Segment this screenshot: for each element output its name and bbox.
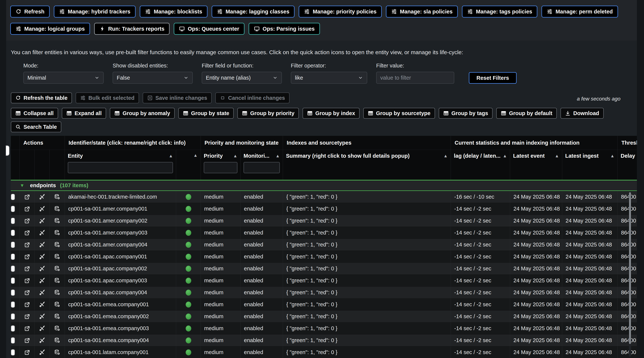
row-checkbox[interactable] [11,194,14,200]
priority-column-filter-input[interactable] [204,162,238,173]
manage-hybrid-trackers-button[interactable]: Manage: hybrid trackers [54,6,136,18]
entity-name[interactable]: cp001-sa-001.apac.company001 [68,254,147,260]
manage-perm-deleted-button[interactable]: Manage: perm deleted [542,6,618,18]
manage-entity-button[interactable] [39,349,45,355]
row-checkbox[interactable] [11,314,14,319]
column-header-priority[interactable]: Priority▲ [201,150,240,180]
manage-entity-button[interactable] [39,289,45,296]
manage-entity-button[interactable] [39,325,45,332]
manage-entity-button[interactable] [39,218,45,224]
open-entity-button[interactable] [24,218,30,224]
entity-name[interactable]: cp001-sa-001.emea.company003 [68,325,149,331]
expand-all-button[interactable]: Expand all [62,108,106,119]
group-by-priority-button[interactable]: Group by priority [238,108,299,119]
download-button[interactable]: Download [560,108,604,119]
manage-entity-button[interactable] [39,301,45,308]
collapse-caret-icon[interactable]: ▼ [20,183,24,188]
manage-entity-button[interactable] [39,254,45,260]
open-entity-button[interactable] [24,206,30,212]
data-management-button[interactable] [54,277,60,284]
row-checkbox[interactable] [11,290,14,295]
group-by-tags-button[interactable]: Group by tags [439,108,493,119]
open-entity-button[interactable] [24,265,30,272]
group-by-default-button[interactable]: Group by default [496,108,557,119]
open-entity-button[interactable] [24,337,30,343]
entity-name[interactable]: cp001-sa-001.emea.company001 [68,301,149,307]
column-header-summary[interactable]: Summary (right click to show full detail… [283,150,451,180]
data-management-button[interactable] [54,254,60,260]
data-management-button[interactable] [54,301,60,308]
group-by-sourcetype-button[interactable]: Group by sourcetype [363,108,435,119]
reset-filters-button[interactable]: Reset Filters [469,72,516,84]
manage-priority-policies-button[interactable]: Manage: priority policies [299,6,382,18]
manage-entity-button[interactable] [39,265,45,272]
manage-sla-policies-button[interactable]: Manage: sla policies [386,6,458,18]
vertical-scrollbar[interactable] [629,191,631,357]
select-all-checkbox[interactable] [6,146,9,155]
row-checkbox[interactable] [11,266,14,271]
column-header-latest-ingest[interactable]: Latest ingest▲ [562,150,618,180]
open-entity-button[interactable] [24,230,30,236]
data-management-button[interactable] [54,194,60,200]
refresh-button[interactable]: Refresh [10,6,50,18]
entity-column-filter-input[interactable] [68,162,173,173]
data-management-button[interactable] [54,230,60,236]
entity-name[interactable]: cp001-sa-001.apac.company002 [68,265,147,272]
open-entity-button[interactable] [24,301,30,308]
entity-name[interactable]: cp001-sa-001.apac.company003 [68,277,147,284]
show-disabled-entities-select[interactable]: False [113,72,193,84]
filter-operator-select[interactable]: like [291,72,367,84]
sort-ascending-icon[interactable]: ▲ [610,153,614,158]
entity-name[interactable]: cp001-sa-001.amer.company002 [68,218,147,224]
open-entity-button[interactable] [24,277,30,284]
ops-queues-center-button[interactable]: Ops: Queues center [174,23,244,35]
data-management-button[interactable] [54,337,60,343]
manage-entity-button[interactable] [39,313,45,320]
manage-logical-groups-button[interactable]: Manage: logical groups [10,23,90,35]
open-entity-button[interactable] [24,242,30,248]
entity-name[interactable]: cp001-sa-001.emea.company004 [68,337,149,343]
data-management-button[interactable] [54,289,60,296]
collapse-all-button[interactable]: Collapse all [11,108,58,119]
entity-name[interactable]: cp001-sa-001.amer.company003 [68,230,147,236]
manage-entity-button[interactable] [39,230,45,236]
group-row-endpoints[interactable]: ▼ endpoints (107 items) [11,180,637,191]
group-by-anomaly-button[interactable]: Group by anomaly [110,108,175,119]
data-management-button[interactable] [54,313,60,320]
column-header-latest-event[interactable]: Latest event▲ [510,150,562,180]
filter-value-input[interactable] [376,72,454,84]
data-management-button[interactable] [54,218,60,224]
open-entity-button[interactable] [24,313,30,320]
open-entity-button[interactable] [24,254,30,260]
ops-parsing-issues-button[interactable]: Ops: Parsing issues [248,23,320,35]
manage-entity-button[interactable] [39,337,45,343]
group-by-state-button[interactable]: Group by state [178,108,234,119]
group-by-index-button[interactable]: Group by index [302,108,360,119]
row-checkbox[interactable] [11,230,14,236]
row-checkbox[interactable] [11,278,14,283]
manage-entity-button[interactable] [39,277,45,284]
row-checkbox[interactable] [11,218,14,224]
row-checkbox[interactable] [11,254,14,259]
column-header-entity[interactable]: Entity▲ [65,150,176,180]
manage-entity-button[interactable] [39,194,45,200]
sort-ascending-icon[interactable]: ▲ [276,153,280,158]
row-checkbox[interactable] [11,349,14,355]
data-management-button[interactable] [54,206,60,212]
row-checkbox[interactable] [11,206,14,212]
entity-name[interactable]: cp001-sa-001.emea.company002 [68,313,149,319]
filter-field-select[interactable]: Entity name (alias) [202,72,282,84]
manage-blocklists-button[interactable]: Manage: blocklists [140,6,207,18]
sort-ascending-icon[interactable]: ▲ [555,153,559,158]
manage-lagging-classes-button[interactable]: Manage: lagging classes [212,6,295,18]
open-entity-button[interactable] [24,325,30,332]
manage-entity-button[interactable] [39,242,45,248]
row-checkbox[interactable] [11,242,14,248]
manage-tags-policies-button[interactable]: Manage: tags policies [462,6,537,18]
entity-name[interactable]: akamai-hec-001.trackme-limited.com [68,194,157,200]
row-checkbox[interactable] [11,302,14,307]
manage-entity-button[interactable] [39,206,45,212]
sort-ascending-icon[interactable]: ▲ [503,153,507,158]
mode-select[interactable]: Minimal [23,72,104,84]
data-management-button[interactable] [54,325,60,332]
